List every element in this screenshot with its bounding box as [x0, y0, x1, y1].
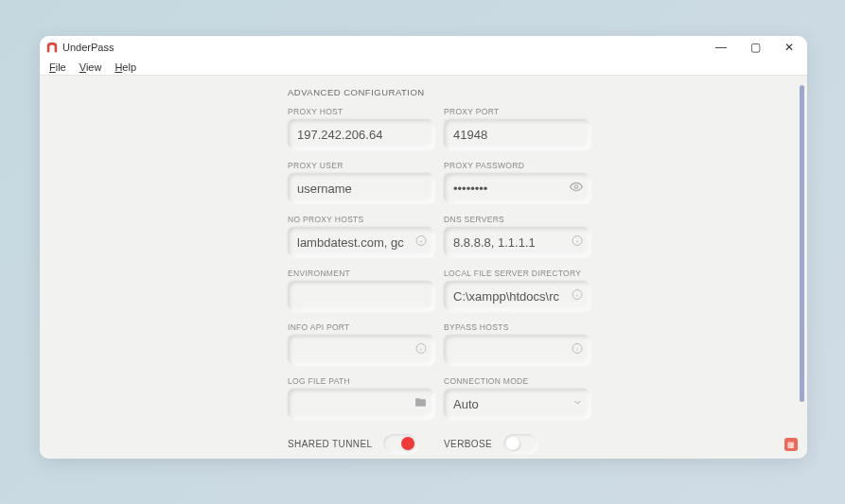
app-window: UnderPass — ▢ ✕ File View Help ADVANCED …: [40, 36, 807, 459]
dns-servers-input[interactable]: [453, 235, 581, 250]
environment-input-wrap: [288, 281, 434, 311]
svg-point-0: [574, 185, 578, 189]
menubar: File View Help: [40, 59, 807, 76]
shared-tunnel-toggle[interactable]: [383, 434, 417, 453]
info-api-port-label: INFO API PORT: [288, 322, 434, 332]
log-file-path-input-wrap: [288, 389, 434, 419]
info-icon[interactable]: [415, 343, 427, 357]
proxy-password-input-wrap: [444, 173, 590, 203]
bypass-hosts-input[interactable]: [453, 343, 581, 357]
menu-view[interactable]: View: [74, 61, 108, 73]
proxy-user-input-wrap: [288, 173, 434, 203]
dns-servers-input-wrap: [444, 227, 590, 257]
verbose-label: VERBOSE: [444, 439, 492, 449]
info-icon[interactable]: [572, 289, 583, 304]
environment-label: ENVIRONMENT: [288, 269, 434, 278]
eye-icon[interactable]: [570, 181, 583, 197]
environment-input[interactable]: [297, 289, 425, 304]
scrollbar[interactable]: [800, 85, 804, 402]
section-title: ADVANCED CONFIGURATION: [288, 87, 590, 97]
verbose-toggle[interactable]: [503, 434, 537, 453]
window-controls: — ▢ ✕: [714, 41, 801, 54]
local-file-dir-input[interactable]: [453, 289, 581, 304]
advanced-config-panel: ADVANCED CONFIGURATION PROXY HOST PROXY …: [288, 87, 590, 459]
close-button[interactable]: ✕: [783, 41, 796, 54]
app-logo-icon: [45, 41, 59, 54]
connection-mode-value: Auto: [453, 397, 581, 411]
menu-file[interactable]: File: [44, 61, 72, 73]
proxy-user-label: PROXY USER: [288, 161, 434, 170]
chevron-down-icon: [572, 397, 583, 410]
folder-icon[interactable]: [414, 396, 427, 411]
info-icon[interactable]: [572, 235, 583, 250]
info-icon[interactable]: [415, 235, 427, 250]
menu-help[interactable]: Help: [109, 61, 142, 73]
shared-tunnel-label: SHARED TUNNEL: [288, 439, 372, 449]
proxy-host-label: PROXY HOST: [288, 107, 434, 116]
bypass-hosts-input-wrap: [444, 335, 590, 365]
local-file-dir-label: LOCAL FILE SERVER DIRECTORY: [444, 269, 590, 278]
proxy-port-input-wrap: [444, 119, 590, 149]
info-api-port-input[interactable]: [297, 343, 425, 357]
titlebar: UnderPass — ▢ ✕: [40, 36, 807, 59]
log-file-path-label: LOG FILE PATH: [288, 376, 434, 386]
proxy-user-input[interactable]: [297, 182, 425, 196]
dns-servers-label: DNS SERVERS: [444, 215, 590, 224]
connection-mode-label: CONNECTION MODE: [444, 376, 590, 386]
bypass-hosts-label: BYPASS HOSTS: [444, 322, 590, 332]
connection-mode-select[interactable]: Auto: [444, 389, 590, 419]
info-icon[interactable]: [572, 343, 583, 357]
info-api-port-input-wrap: [288, 335, 434, 365]
proxy-port-input[interactable]: [453, 128, 581, 142]
corner-badge-icon[interactable]: ▦: [784, 438, 798, 451]
no-proxy-hosts-input[interactable]: [297, 235, 425, 250]
local-file-dir-input-wrap: [444, 281, 590, 311]
proxy-password-label: PROXY PASSWORD: [444, 161, 590, 170]
no-proxy-hosts-label: NO PROXY HOSTS: [288, 215, 434, 224]
content-area: ADVANCED CONFIGURATION PROXY HOST PROXY …: [40, 76, 807, 459]
log-file-path-input[interactable]: [297, 397, 425, 411]
no-proxy-hosts-input-wrap: [288, 227, 434, 257]
maximize-button[interactable]: ▢: [748, 41, 762, 54]
proxy-host-input-wrap: [288, 119, 434, 149]
app-title: UnderPass: [62, 42, 114, 53]
minimize-button[interactable]: —: [714, 41, 728, 54]
proxy-host-input[interactable]: [297, 128, 425, 142]
proxy-port-label: PROXY PORT: [444, 107, 590, 116]
proxy-password-input[interactable]: [453, 182, 581, 196]
